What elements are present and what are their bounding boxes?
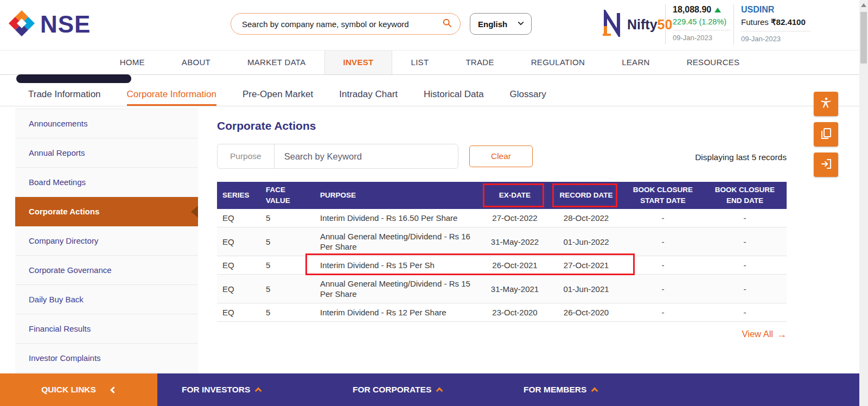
chevron-up-icon [591, 387, 598, 394]
quick-links-button[interactable]: QUICK LINKS [0, 373, 157, 406]
copy-document-button[interactable] [814, 122, 838, 147]
table-cell: EQ [217, 303, 260, 322]
col-ex-date: EX-DATE [480, 182, 550, 209]
table-row: EQ 5 Annual General Meeting/Dividend - R… [217, 227, 787, 256]
nifty-logo-icon [600, 10, 624, 39]
col-record-date: RECORD DATE [550, 182, 623, 209]
table-cell: EQ [217, 209, 260, 227]
nifty-brand: Nifty50 [600, 10, 672, 39]
nav-item-regulation[interactable]: REGULATION [513, 50, 603, 74]
tab-trade-information[interactable]: Trade Information [28, 83, 101, 106]
clear-button[interactable]: Clear [469, 145, 533, 167]
search-input[interactable] [242, 20, 442, 29]
filter-group: Purpose [217, 144, 458, 169]
sidebar-item-label: Corporate Actions [29, 207, 99, 216]
scroll-up-arrow-icon[interactable] [861, 3, 866, 7]
sidebar-item-board-meetings[interactable]: Board Meetings [15, 168, 198, 197]
table-cell: 27-Oct-2021 [550, 256, 623, 275]
table-cell: 27-Oct-2022 [480, 209, 550, 227]
nifty-value: 18,088.90 [673, 5, 711, 15]
purpose-dropdown[interactable]: Purpose [218, 144, 275, 168]
table-cell: 01-Jun-2021 [550, 275, 623, 303]
footer-for-investors[interactable]: FOR INVESTORS [182, 373, 261, 406]
sidebar-item-corporate-governance[interactable]: Corporate Governance [15, 256, 198, 285]
page-title: Corporate Actions [217, 119, 316, 132]
main-nav: HOME ABOUT MARKET DATA INVEST LIST TRADE… [0, 50, 859, 75]
language-value: English [478, 20, 507, 29]
table-cell: Annual General Meeting/Dividend - Rs 15 … [315, 275, 480, 303]
tab-intraday-chart[interactable]: Intraday Chart [339, 83, 398, 106]
nav-item-home[interactable]: HOME [101, 50, 163, 74]
sidebar-item-investor-complaints[interactable]: Investor Complaints [15, 344, 198, 373]
accessibility-icon [820, 97, 833, 112]
tab-glossary[interactable]: Glossary [510, 83, 546, 106]
sidebar-item-announcements[interactable]: Announcements [15, 109, 198, 138]
table-cell: - [623, 256, 703, 275]
chevron-up-icon [436, 387, 443, 394]
sidebar-item-corporate-actions[interactable]: Corporate Actions [15, 197, 198, 226]
sidebar-item-daily-buy-back[interactable]: Daily Buy Back [15, 285, 198, 314]
nse-corporate-actions-page: NSE English [0, 0, 868, 406]
keyword-search-input[interactable] [275, 144, 458, 168]
table-cell: - [703, 303, 787, 322]
table-cell: 5 [260, 256, 315, 275]
footer-for-members[interactable]: FOR MEMBERS [524, 373, 598, 406]
nse-logo[interactable]: NSE [8, 9, 91, 40]
up-triangle-icon [714, 8, 721, 12]
nav-item-learn[interactable]: LEARN [603, 50, 668, 74]
tab-corporate-information[interactable]: Corporate Information [127, 83, 216, 106]
chevron-left-icon [110, 386, 117, 394]
sidebar-item-annual-reports[interactable]: Annual Reports [15, 138, 198, 168]
table-cell: Annual General Meeting/Dividend - Rs 16 … [315, 227, 480, 256]
footer: QUICK LINKS FOR INVESTORS FOR CORPORATES… [0, 373, 859, 406]
table-cell: EQ [217, 227, 260, 256]
nav-item-about[interactable]: ABOUT [163, 50, 229, 74]
arrow-right-icon: → [777, 329, 787, 339]
col-face-value: FACE VALUE [260, 182, 315, 209]
table-cell: - [703, 227, 787, 256]
table-cell: Interim Dividend - Rs 15 Per Sh [315, 256, 480, 275]
usdinr-symbol: USDINR [741, 5, 810, 15]
table-header-row: SERIES FACE VALUE PURPOSE EX-DATE RECORD… [217, 182, 787, 209]
sidebar: Announcements Annual Reports Board Meeti… [15, 109, 198, 373]
document-icon [820, 127, 833, 142]
table-cell: EQ [217, 275, 260, 303]
nav-item-trade[interactable]: TRADE [447, 50, 512, 74]
tab-historical-data[interactable]: Historical Data [424, 83, 484, 106]
nav-item-market-data[interactable]: MARKET DATA [229, 50, 324, 74]
table-cell: - [623, 303, 703, 322]
login-button[interactable] [814, 153, 838, 177]
table-cell: - [623, 209, 703, 227]
scrollbar-thumb[interactable] [860, 12, 867, 64]
search-icon[interactable] [442, 17, 452, 30]
view-all-link[interactable]: View All → [742, 329, 787, 339]
usdinr-label: Futures [741, 17, 769, 27]
footer-item-label: FOR MEMBERS [524, 385, 586, 395]
records-info: Displaying last 5 records [695, 153, 787, 162]
table-cell: 5 [260, 209, 315, 227]
header-divider [665, 4, 666, 45]
footer-item-label: FOR CORPORATES [353, 385, 431, 395]
sidebar-item-financial-results[interactable]: Financial Results [15, 314, 198, 344]
table-cell: 26-Oct-2021 [480, 256, 550, 275]
footer-item-label: FOR INVESTORS [182, 385, 250, 395]
tab-pre-open-market[interactable]: Pre-Open Market [242, 83, 313, 106]
table-cell: 31-May-2021 [480, 275, 550, 303]
accessibility-button[interactable] [814, 92, 838, 116]
nse-logo-icon [8, 9, 36, 40]
nav-item-resources[interactable]: RESOURCES [668, 50, 758, 74]
login-icon [820, 157, 833, 173]
language-select[interactable]: English [470, 13, 532, 35]
table-cell: Interim Dividend - Rs 16.50 Per Share [315, 209, 480, 227]
nifty-change: 229.45 (1.28%) [673, 15, 730, 30]
nav-item-invest[interactable]: INVEST [324, 50, 393, 74]
sidebar-item-company-directory[interactable]: Company Directory [15, 226, 198, 256]
table-cell: 31-May-2022 [480, 227, 550, 256]
footer-for-corporates[interactable]: FOR CORPORATES [353, 373, 443, 406]
col-book-closure-start: BOOK CLOSURE START DATE [623, 182, 703, 209]
chevron-up-icon [255, 387, 262, 394]
scrollbar[interactable] [859, 0, 868, 406]
nifty-quote: 18,088.90 229.45 (1.28%) 09-Jan-2023 [673, 5, 730, 42]
usdinr-value: ₹82.4100 [771, 17, 806, 27]
nav-item-list[interactable]: LIST [392, 50, 447, 74]
